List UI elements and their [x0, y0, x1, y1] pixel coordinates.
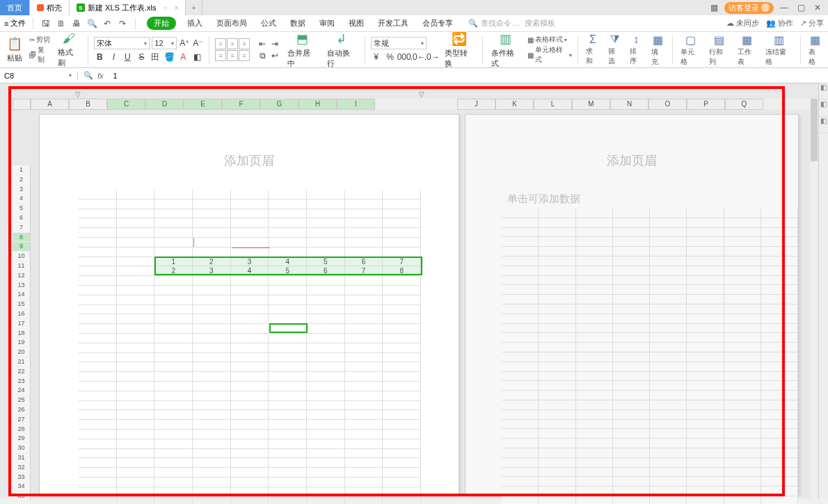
header-hint[interactable]: 添加页眉 [40, 115, 459, 190]
cell-p2-7-6[interactable] [724, 266, 761, 276]
page-1[interactable]: 添加页眉 12345672345678 [39, 114, 459, 495]
cell-E22[interactable] [231, 391, 269, 401]
print-icon[interactable]: 🖶 [71, 18, 82, 29]
cell-H2[interactable] [345, 200, 383, 209]
cell-C22[interactable] [154, 391, 193, 401]
cell-p2-8-1[interactable] [539, 276, 575, 286]
cell-C4[interactable] [154, 218, 193, 228]
cell-p2-9-0[interactable] [502, 285, 539, 295]
cell-E20[interactable] [231, 372, 269, 382]
increase-indent[interactable]: ⇥ [269, 38, 280, 49]
cell-H23[interactable] [345, 401, 383, 411]
cell-p2-13-1[interactable] [539, 324, 575, 334]
cell-p2-16-2[interactable] [576, 352, 613, 362]
restore-icon[interactable]: ▢ [795, 3, 807, 13]
cell-A12[interactable] [79, 295, 117, 305]
cell-p2-1-7[interactable] [761, 209, 798, 218]
cell-B20[interactable] [117, 372, 155, 382]
row-header-11[interactable]: 11 [13, 261, 31, 271]
cell-I11[interactable] [383, 286, 421, 295]
cell-p2-2-5[interactable] [687, 218, 724, 228]
save-as-icon[interactable]: 🗎 [56, 18, 67, 29]
undo-icon[interactable]: ↶ [102, 18, 113, 29]
cell-A27[interactable] [79, 439, 117, 449]
cell-p2-31-1[interactable] [539, 496, 575, 504]
row-header-24[interactable]: 24 [13, 386, 31, 396]
cell-p2-31-4[interactable] [650, 496, 687, 504]
cell-p2-26-5[interactable] [687, 448, 724, 458]
cell-p2-20-6[interactable] [724, 391, 761, 400]
decrease-font-icon[interactable]: A⁻ [192, 38, 203, 49]
cell-p2-29-3[interactable] [613, 477, 650, 487]
merge-center-button[interactable]: ⬒ 合并居中 [285, 31, 319, 69]
cell-p2-4-7[interactable] [761, 237, 798, 247]
cell-D19[interactable] [193, 362, 231, 372]
cell-I7[interactable] [383, 247, 421, 257]
cell-B27[interactable] [117, 439, 155, 449]
border-button[interactable]: 田 [150, 51, 161, 63]
cell-A3[interactable] [79, 209, 117, 219]
cell-H8[interactable]: 6 [345, 257, 383, 267]
cell-p2-22-7[interactable] [761, 410, 798, 420]
cell-F28[interactable] [269, 449, 307, 459]
cell-I26[interactable] [383, 430, 421, 439]
cell-p2-6-3[interactable] [613, 257, 650, 266]
cell-p2-2-3[interactable] [613, 218, 650, 228]
row-header-9[interactable]: 9 [13, 242, 31, 252]
row-header-29[interactable]: 29 [13, 434, 31, 444]
cell-p2-24-2[interactable] [576, 429, 613, 439]
cell-p2-15-2[interactable] [576, 343, 613, 352]
cell-C20[interactable] [154, 372, 193, 382]
cell-p2-6-1[interactable] [539, 257, 575, 266]
cell-p2-25-3[interactable] [613, 439, 650, 448]
redo-icon[interactable]: ↷ [117, 18, 128, 29]
cell-E32[interactable] [231, 487, 269, 497]
cell-H31[interactable] [345, 478, 383, 487]
cell-G22[interactable] [307, 391, 345, 401]
cell-p2-18-3[interactable] [613, 372, 650, 382]
cell-p2-27-1[interactable] [539, 458, 575, 468]
cell-H17[interactable] [345, 343, 383, 353]
cell-p2-18-1[interactable] [539, 372, 575, 382]
cell-F16[interactable] [269, 334, 307, 343]
cell-C31[interactable] [154, 478, 193, 487]
cell-p2-11-5[interactable] [687, 304, 724, 314]
sort-button[interactable]: ↕排序 [628, 33, 645, 66]
cell-F25[interactable] [269, 420, 307, 430]
col-header-N[interactable]: N [610, 99, 648, 110]
cell-B6[interactable] [117, 238, 155, 247]
cell-p2-29-0[interactable] [502, 477, 539, 487]
cell-D10[interactable] [193, 276, 231, 286]
align-center[interactable]: ≡ [227, 50, 238, 61]
number-format-select[interactable]: 常规▾ [371, 37, 427, 49]
cell-p2-27-6[interactable] [724, 458, 761, 468]
cell-p2-23-5[interactable] [687, 420, 724, 430]
cell-F9[interactable]: 5 [269, 266, 307, 276]
cell-I18[interactable] [383, 353, 421, 363]
cell-p2-11-4[interactable] [650, 304, 687, 314]
cell-I31[interactable] [383, 478, 421, 487]
cell-p2-3-1[interactable] [539, 228, 575, 238]
cell-D12[interactable] [193, 295, 231, 305]
cell-I21[interactable] [383, 382, 421, 391]
cell-I19[interactable] [383, 362, 421, 372]
cell-p2-19-2[interactable] [576, 381, 613, 391]
currency-button[interactable]: ¥ [371, 51, 382, 63]
cell-D2[interactable] [193, 200, 231, 209]
cell-C23[interactable] [154, 401, 193, 411]
cell-p2-11-1[interactable] [539, 304, 575, 314]
cell-B30[interactable] [117, 468, 155, 478]
cell-A33[interactable] [79, 497, 117, 505]
align-top-left[interactable]: ≡ [215, 38, 226, 49]
cell-p2-22-2[interactable] [576, 410, 613, 420]
cell-p2-3-2[interactable] [576, 228, 613, 238]
cell-p2-24-1[interactable] [539, 429, 575, 439]
cell-D18[interactable] [193, 353, 231, 363]
save-icon[interactable]: 🖫 [40, 18, 51, 29]
row-header-34[interactable]: 34 [13, 482, 31, 491]
cell-p2-28-6[interactable] [724, 468, 761, 478]
cell-p2-18-5[interactable] [687, 372, 724, 382]
cell-p2-3-3[interactable] [613, 228, 650, 238]
cell-H4[interactable] [345, 218, 383, 228]
type-convert-button[interactable]: 🔁 类型转换 [442, 31, 477, 69]
